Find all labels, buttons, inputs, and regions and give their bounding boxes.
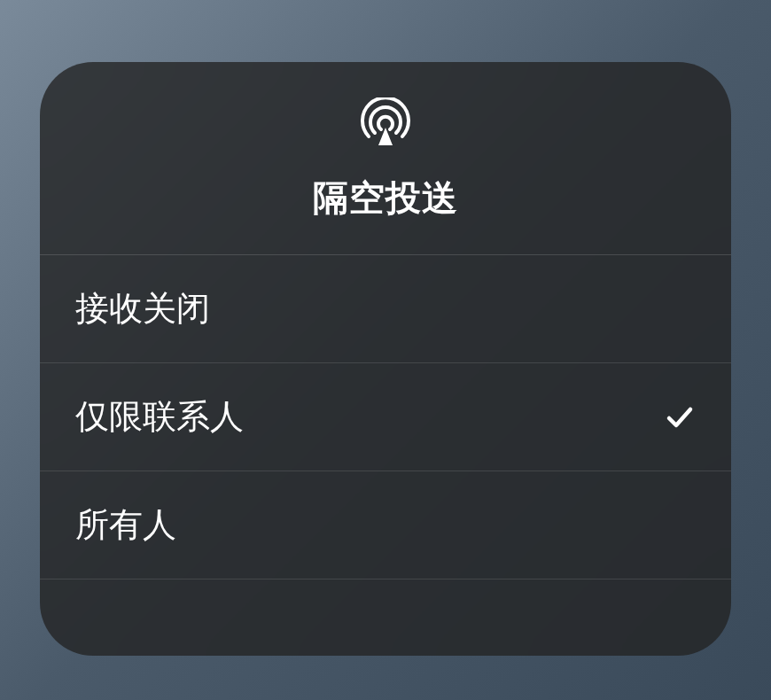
option-label: 所有人	[75, 502, 176, 548]
option-receiving-off[interactable]: 接收关闭	[40, 255, 731, 363]
panel-header: 隔空投送	[40, 62, 731, 255]
panel-title: 隔空投送	[313, 174, 458, 222]
airdrop-icon	[359, 97, 412, 151]
checkmark-icon	[664, 401, 696, 433]
option-everyone[interactable]: 所有人	[40, 471, 731, 579]
airdrop-panel: 隔空投送 接收关闭 仅限联系人 所有人	[40, 62, 731, 656]
option-contacts-only[interactable]: 仅限联系人	[40, 363, 731, 471]
option-label: 接收关闭	[75, 286, 210, 331]
option-label: 仅限联系人	[75, 394, 244, 439]
